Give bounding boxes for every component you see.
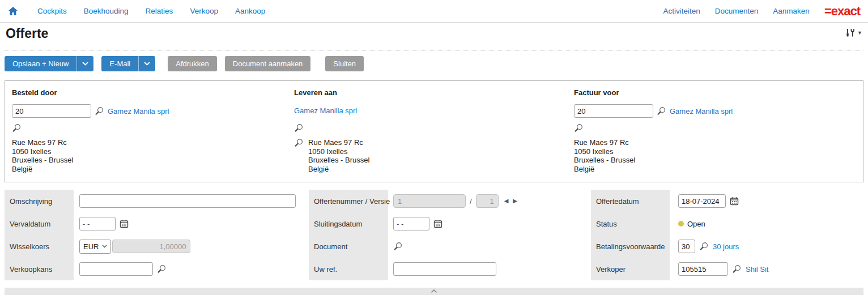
search-icon[interactable] (699, 242, 709, 251)
chevron-down-icon (144, 62, 150, 66)
exact-logo: =exact (824, 5, 860, 18)
calendar-icon[interactable] (730, 197, 739, 206)
closing-date-label: Sluitingsdatum (309, 212, 388, 235)
currency-select[interactable]: EUR (79, 240, 111, 254)
action-toolbar: Opslaan + Nieuw E-Mail Afdrukken Documen… (5, 56, 364, 71)
chevron-down-icon: ▼ (857, 30, 862, 36)
currency-selected-value: EUR (83, 242, 99, 251)
top-navbar: Cockpits Boekhouding Relaties Verkoop Aa… (0, 0, 868, 23)
email-button[interactable]: E-Mail (101, 56, 138, 71)
right-field-column: Open 30 jours Shil Sit (678, 190, 768, 280)
exchange-rate-value: 1,00000 (112, 240, 190, 253)
section-divider-bar (5, 288, 863, 295)
nav-item-verkoop[interactable]: Verkoop (190, 7, 218, 15)
payment-terms-label: Betalingsvoorwaarde (591, 235, 670, 258)
search-icon[interactable] (657, 106, 666, 116)
right-label-column: Offertedatum Status Betalingsvoorwaarde … (591, 190, 670, 280)
deliver-to-section: Leveren aan Gamez Manilla sprl Rue Maes … (294, 81, 566, 182)
document-label: Document (309, 235, 388, 258)
deliver-to-account-link[interactable]: Gamez Manilla sprl (294, 106, 357, 115)
close-button[interactable]: Sluiten (325, 56, 364, 71)
left-field-column: EUR 1,00000 (79, 190, 296, 280)
status-open-indicator (678, 221, 684, 227)
search-icon[interactable] (12, 123, 22, 133)
section-title: Leveren aan (294, 88, 337, 97)
expiry-date-input[interactable] (79, 217, 116, 230)
title-separator (5, 50, 863, 50)
ordered-by-address: Rue Maes 97 Rc 1050 Ixelles Bruxelles - … (12, 138, 73, 173)
status-value: Open (687, 220, 705, 228)
search-icon[interactable] (157, 264, 167, 274)
quote-number-value: 1 (393, 194, 466, 208)
customize-menu-button[interactable]: ▼ (845, 28, 862, 37)
closing-date-input[interactable] (393, 217, 429, 230)
number-version-separator: / (468, 197, 474, 206)
salesperson-input[interactable] (678, 262, 728, 276)
email-dropdown-button[interactable] (138, 56, 155, 71)
nav-right: Activiteiten Documenten Aanmaken =exact (663, 5, 861, 18)
page-title: Offerte (6, 26, 48, 41)
opportunity-label: Verkoopkans (5, 258, 74, 280)
search-icon[interactable] (732, 264, 742, 274)
collapse-handle[interactable] (431, 289, 437, 293)
create-document-button[interactable]: Document aanmaken (225, 56, 311, 71)
search-icon[interactable] (574, 123, 584, 133)
nav-item-documenten[interactable]: Documenten (715, 7, 759, 15)
nav-item-aankoop[interactable]: Aankoop (235, 7, 265, 15)
payment-terms-link[interactable]: 30 jours (713, 242, 739, 251)
chevron-down-icon (82, 62, 88, 66)
version-value: 1 (476, 194, 499, 208)
search-icon[interactable] (294, 138, 304, 173)
search-icon[interactable] (95, 106, 104, 116)
salesperson-label: Verkoper (591, 258, 670, 280)
deliver-to-address: Rue Maes 97 Rc 1050 Ixelles Bruxelles - … (308, 138, 369, 173)
version-navigation: ◀ ▶ (504, 198, 517, 204)
nav-item-boekhouding[interactable]: Boekhouding (84, 7, 129, 15)
calendar-icon[interactable] (433, 219, 442, 228)
tools-icon (845, 28, 855, 37)
nav-item-activiteiten[interactable]: Activiteiten (663, 7, 700, 15)
email-button-group: E-Mail (101, 56, 155, 71)
quote-date-label: Offertedatum (591, 190, 670, 212)
description-input[interactable] (79, 194, 296, 208)
save-new-button[interactable]: Opslaan + Nieuw (5, 56, 76, 71)
invoice-to-account-link[interactable]: Gamez Manilla sprl (670, 107, 733, 116)
print-button[interactable]: Afdrukken (168, 56, 217, 71)
search-icon[interactable] (393, 242, 403, 251)
save-new-button-group: Opslaan + Nieuw (5, 56, 93, 71)
next-version-icon[interactable]: ▶ (513, 198, 517, 204)
left-label-column: Omschrijving Vervaldatum Wisselkoers Ver… (5, 190, 74, 280)
expiry-date-label: Vervaldatum (5, 212, 74, 235)
ordered-by-code-input[interactable] (12, 104, 91, 118)
payment-terms-input[interactable] (678, 240, 695, 253)
save-new-dropdown-button[interactable] (76, 56, 93, 71)
your-ref-label: Uw ref. (309, 258, 388, 280)
ordered-by-account-link[interactable]: Gamez Manila sprl (108, 107, 169, 116)
nav-item-cockpits[interactable]: Cockpits (37, 7, 67, 15)
salesperson-link[interactable]: Shil Sit (746, 265, 768, 274)
status-label: Status (591, 212, 670, 235)
invoice-to-section: Factuur voor Gamez Manilla sprl Rue Maes… (574, 81, 857, 182)
home-button[interactable] (8, 6, 18, 16)
your-ref-input[interactable] (393, 262, 496, 276)
middle-label-column: Offertenummer / Versie Sluitingsdatum Do… (309, 190, 388, 280)
opportunity-input[interactable] (79, 262, 153, 276)
section-title: Factuur voor (574, 88, 619, 97)
middle-field-column: 1 / 1 ◀ ▶ (393, 190, 517, 280)
invoice-to-code-input[interactable] (574, 104, 653, 118)
calendar-icon[interactable] (120, 219, 129, 228)
previous-version-icon[interactable]: ◀ (504, 198, 509, 204)
exchange-rate-label: Wisselkoers (5, 235, 74, 258)
quote-number-label: Offertenummer / Versie (309, 190, 388, 212)
chevron-down-icon (102, 245, 107, 248)
home-icon (8, 6, 18, 16)
nav-item-relaties[interactable]: Relaties (146, 7, 173, 15)
description-label: Omschrijving (5, 190, 74, 212)
invoice-to-address: Rue Maes 97 Rc 1050 Ixelles Bruxelles - … (574, 138, 635, 173)
nav-item-aanmaken[interactable]: Aanmaken (773, 7, 810, 15)
section-title: Besteld door (12, 88, 57, 97)
quote-date-input[interactable] (678, 194, 726, 208)
offerte-page: Cockpits Boekhouding Relaties Verkoop Aa… (0, 0, 868, 299)
search-icon[interactable] (294, 123, 304, 133)
parties-panel: Besteld door Gamez Manila sprl Rue Maes … (5, 80, 863, 182)
